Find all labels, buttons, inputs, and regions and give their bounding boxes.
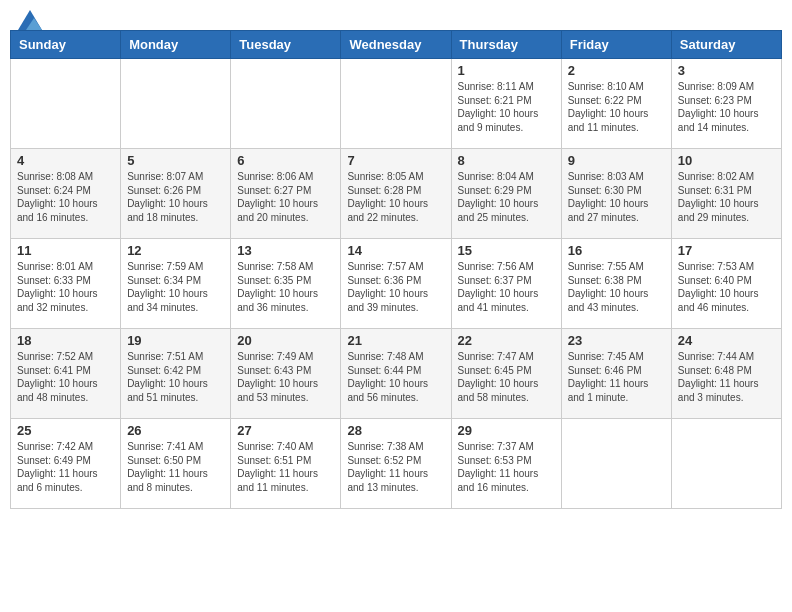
calendar-cell: 4Sunrise: 8:08 AM Sunset: 6:24 PM Daylig… xyxy=(11,149,121,239)
calendar-cell xyxy=(121,59,231,149)
day-info: Sunrise: 7:48 AM Sunset: 6:44 PM Dayligh… xyxy=(347,350,444,404)
day-info: Sunrise: 7:41 AM Sunset: 6:50 PM Dayligh… xyxy=(127,440,224,494)
calendar-cell: 6Sunrise: 8:06 AM Sunset: 6:27 PM Daylig… xyxy=(231,149,341,239)
day-number: 12 xyxy=(127,243,224,258)
day-info: Sunrise: 7:44 AM Sunset: 6:48 PM Dayligh… xyxy=(678,350,775,404)
calendar-cell: 24Sunrise: 7:44 AM Sunset: 6:48 PM Dayli… xyxy=(671,329,781,419)
day-number: 28 xyxy=(347,423,444,438)
calendar-cell: 9Sunrise: 8:03 AM Sunset: 6:30 PM Daylig… xyxy=(561,149,671,239)
calendar-cell: 13Sunrise: 7:58 AM Sunset: 6:35 PM Dayli… xyxy=(231,239,341,329)
day-info: Sunrise: 7:49 AM Sunset: 6:43 PM Dayligh… xyxy=(237,350,334,404)
day-info: Sunrise: 7:47 AM Sunset: 6:45 PM Dayligh… xyxy=(458,350,555,404)
day-number: 11 xyxy=(17,243,114,258)
calendar-cell: 21Sunrise: 7:48 AM Sunset: 6:44 PM Dayli… xyxy=(341,329,451,419)
day-info: Sunrise: 8:08 AM Sunset: 6:24 PM Dayligh… xyxy=(17,170,114,224)
calendar-cell xyxy=(561,419,671,509)
calendar-cell: 8Sunrise: 8:04 AM Sunset: 6:29 PM Daylig… xyxy=(451,149,561,239)
day-info: Sunrise: 8:01 AM Sunset: 6:33 PM Dayligh… xyxy=(17,260,114,314)
day-number: 15 xyxy=(458,243,555,258)
day-number: 6 xyxy=(237,153,334,168)
calendar-cell: 23Sunrise: 7:45 AM Sunset: 6:46 PM Dayli… xyxy=(561,329,671,419)
day-info: Sunrise: 7:57 AM Sunset: 6:36 PM Dayligh… xyxy=(347,260,444,314)
calendar-cell: 3Sunrise: 8:09 AM Sunset: 6:23 PM Daylig… xyxy=(671,59,781,149)
day-number: 14 xyxy=(347,243,444,258)
calendar-table: SundayMondayTuesdayWednesdayThursdayFrid… xyxy=(10,30,782,509)
day-info: Sunrise: 7:38 AM Sunset: 6:52 PM Dayligh… xyxy=(347,440,444,494)
day-number: 18 xyxy=(17,333,114,348)
calendar-cell xyxy=(11,59,121,149)
calendar-week-row: 1Sunrise: 8:11 AM Sunset: 6:21 PM Daylig… xyxy=(11,59,782,149)
calendar-cell: 5Sunrise: 8:07 AM Sunset: 6:26 PM Daylig… xyxy=(121,149,231,239)
calendar-cell: 27Sunrise: 7:40 AM Sunset: 6:51 PM Dayli… xyxy=(231,419,341,509)
calendar-week-row: 25Sunrise: 7:42 AM Sunset: 6:49 PM Dayli… xyxy=(11,419,782,509)
day-number: 26 xyxy=(127,423,224,438)
day-info: Sunrise: 8:11 AM Sunset: 6:21 PM Dayligh… xyxy=(458,80,555,134)
day-number: 22 xyxy=(458,333,555,348)
day-number: 24 xyxy=(678,333,775,348)
day-number: 4 xyxy=(17,153,114,168)
day-number: 25 xyxy=(17,423,114,438)
calendar-cell: 19Sunrise: 7:51 AM Sunset: 6:42 PM Dayli… xyxy=(121,329,231,419)
day-number: 21 xyxy=(347,333,444,348)
logo xyxy=(14,10,42,22)
calendar-cell: 15Sunrise: 7:56 AM Sunset: 6:37 PM Dayli… xyxy=(451,239,561,329)
day-number: 2 xyxy=(568,63,665,78)
calendar-cell: 18Sunrise: 7:52 AM Sunset: 6:41 PM Dayli… xyxy=(11,329,121,419)
day-info: Sunrise: 7:59 AM Sunset: 6:34 PM Dayligh… xyxy=(127,260,224,314)
weekday-header-friday: Friday xyxy=(561,31,671,59)
day-number: 19 xyxy=(127,333,224,348)
calendar-cell: 29Sunrise: 7:37 AM Sunset: 6:53 PM Dayli… xyxy=(451,419,561,509)
day-info: Sunrise: 8:09 AM Sunset: 6:23 PM Dayligh… xyxy=(678,80,775,134)
calendar-cell: 17Sunrise: 7:53 AM Sunset: 6:40 PM Dayli… xyxy=(671,239,781,329)
calendar-cell: 7Sunrise: 8:05 AM Sunset: 6:28 PM Daylig… xyxy=(341,149,451,239)
day-info: Sunrise: 8:02 AM Sunset: 6:31 PM Dayligh… xyxy=(678,170,775,224)
day-number: 10 xyxy=(678,153,775,168)
day-number: 8 xyxy=(458,153,555,168)
calendar-cell xyxy=(671,419,781,509)
day-info: Sunrise: 8:07 AM Sunset: 6:26 PM Dayligh… xyxy=(127,170,224,224)
logo-icon xyxy=(18,10,42,30)
calendar-cell: 11Sunrise: 8:01 AM Sunset: 6:33 PM Dayli… xyxy=(11,239,121,329)
weekday-header-sunday: Sunday xyxy=(11,31,121,59)
day-number: 20 xyxy=(237,333,334,348)
day-number: 13 xyxy=(237,243,334,258)
day-info: Sunrise: 7:53 AM Sunset: 6:40 PM Dayligh… xyxy=(678,260,775,314)
day-number: 1 xyxy=(458,63,555,78)
calendar-week-row: 11Sunrise: 8:01 AM Sunset: 6:33 PM Dayli… xyxy=(11,239,782,329)
calendar-cell: 1Sunrise: 8:11 AM Sunset: 6:21 PM Daylig… xyxy=(451,59,561,149)
calendar-cell: 16Sunrise: 7:55 AM Sunset: 6:38 PM Dayli… xyxy=(561,239,671,329)
day-info: Sunrise: 7:56 AM Sunset: 6:37 PM Dayligh… xyxy=(458,260,555,314)
day-number: 5 xyxy=(127,153,224,168)
day-number: 7 xyxy=(347,153,444,168)
day-info: Sunrise: 8:03 AM Sunset: 6:30 PM Dayligh… xyxy=(568,170,665,224)
day-info: Sunrise: 7:45 AM Sunset: 6:46 PM Dayligh… xyxy=(568,350,665,404)
weekday-header-tuesday: Tuesday xyxy=(231,31,341,59)
day-info: Sunrise: 7:37 AM Sunset: 6:53 PM Dayligh… xyxy=(458,440,555,494)
weekday-header-saturday: Saturday xyxy=(671,31,781,59)
weekday-header-wednesday: Wednesday xyxy=(341,31,451,59)
day-number: 17 xyxy=(678,243,775,258)
calendar-week-row: 18Sunrise: 7:52 AM Sunset: 6:41 PM Dayli… xyxy=(11,329,782,419)
day-info: Sunrise: 7:40 AM Sunset: 6:51 PM Dayligh… xyxy=(237,440,334,494)
calendar-cell: 12Sunrise: 7:59 AM Sunset: 6:34 PM Dayli… xyxy=(121,239,231,329)
calendar-cell: 25Sunrise: 7:42 AM Sunset: 6:49 PM Dayli… xyxy=(11,419,121,509)
calendar-cell: 22Sunrise: 7:47 AM Sunset: 6:45 PM Dayli… xyxy=(451,329,561,419)
calendar-week-row: 4Sunrise: 8:08 AM Sunset: 6:24 PM Daylig… xyxy=(11,149,782,239)
calendar-cell xyxy=(231,59,341,149)
day-info: Sunrise: 7:42 AM Sunset: 6:49 PM Dayligh… xyxy=(17,440,114,494)
weekday-header-monday: Monday xyxy=(121,31,231,59)
weekday-header-thursday: Thursday xyxy=(451,31,561,59)
day-info: Sunrise: 7:58 AM Sunset: 6:35 PM Dayligh… xyxy=(237,260,334,314)
day-number: 29 xyxy=(458,423,555,438)
calendar-cell: 10Sunrise: 8:02 AM Sunset: 6:31 PM Dayli… xyxy=(671,149,781,239)
calendar-cell xyxy=(341,59,451,149)
calendar-cell: 20Sunrise: 7:49 AM Sunset: 6:43 PM Dayli… xyxy=(231,329,341,419)
day-info: Sunrise: 8:10 AM Sunset: 6:22 PM Dayligh… xyxy=(568,80,665,134)
day-number: 23 xyxy=(568,333,665,348)
day-number: 9 xyxy=(568,153,665,168)
day-info: Sunrise: 7:52 AM Sunset: 6:41 PM Dayligh… xyxy=(17,350,114,404)
weekday-header-row: SundayMondayTuesdayWednesdayThursdayFrid… xyxy=(11,31,782,59)
day-number: 16 xyxy=(568,243,665,258)
page-header xyxy=(10,10,782,22)
day-number: 3 xyxy=(678,63,775,78)
